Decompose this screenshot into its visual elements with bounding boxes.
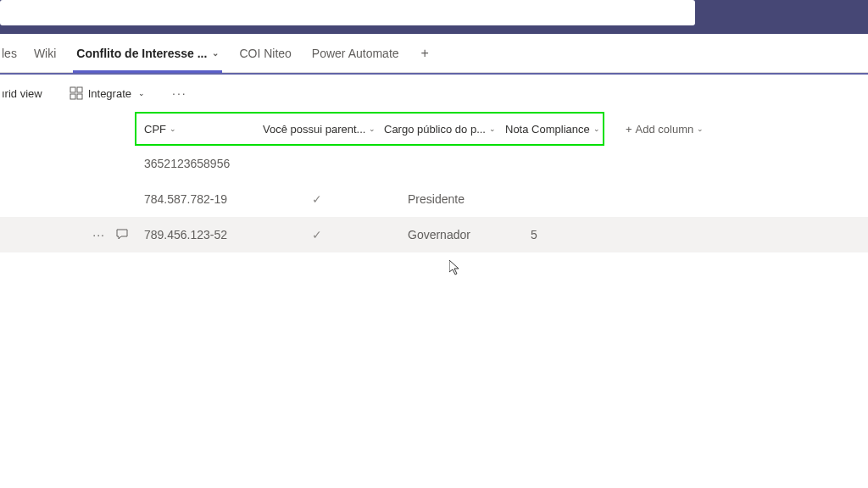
cell-parentesco: ✓ xyxy=(263,192,384,206)
chevron-down-icon: ⌄ xyxy=(697,125,704,133)
svg-rect-3 xyxy=(77,94,82,99)
integrate-icon xyxy=(70,86,83,100)
column-label: Nota Compliance xyxy=(505,123,590,136)
chevron-down-icon: ⌄ xyxy=(593,125,600,133)
svg-rect-0 xyxy=(70,87,75,92)
cell-nota: 5 xyxy=(505,228,609,241)
comment-button[interactable] xyxy=(115,227,129,243)
tab-label: COI Niteo xyxy=(239,47,291,60)
cursor-icon xyxy=(449,260,463,280)
toolbar-label: ırid view xyxy=(2,87,42,100)
tabs-row: les Wiki Conflito de Interesse ... ⌄ COI… xyxy=(0,34,868,73)
cell-cargo: Presidente xyxy=(384,192,505,206)
cell-parentesco: ✓ xyxy=(263,228,384,241)
grid-view-button[interactable]: ırid view xyxy=(0,87,49,100)
cell-cpf: 789.456.123-52 xyxy=(144,228,263,241)
cell-cargo: Governador xyxy=(384,228,505,241)
tab-files-partial[interactable]: les xyxy=(0,34,24,73)
check-icon: ✓ xyxy=(312,228,322,241)
chevron-down-icon: ⌄ xyxy=(369,125,376,133)
add-column-label: Add column xyxy=(636,123,694,136)
add-tab-button[interactable]: + xyxy=(409,46,441,61)
tab-label: Power Automate xyxy=(312,47,399,60)
table-area: CPF ⌄ Você possui parent... ⌄ Cargo públ… xyxy=(0,112,868,252)
chevron-down-icon: ⌄ xyxy=(489,125,496,133)
tab-power-automate[interactable]: Power Automate xyxy=(302,34,409,73)
svg-rect-2 xyxy=(70,94,75,99)
svg-rect-1 xyxy=(77,87,82,92)
tab-conflito-active[interactable]: Conflito de Interesse ... ⌄ xyxy=(66,34,229,73)
top-bar xyxy=(0,0,868,34)
tab-label: les xyxy=(2,47,17,60)
check-icon: ✓ xyxy=(312,192,322,206)
add-column-button[interactable]: + Add column ⌄ xyxy=(609,123,704,136)
chevron-down-icon: ⌄ xyxy=(138,89,145,97)
comment-icon xyxy=(115,227,129,241)
chevron-down-icon: ⌄ xyxy=(212,48,219,58)
column-label: CPF xyxy=(144,123,166,136)
cell-cpf: 3652123658956 xyxy=(144,157,263,170)
column-label: Cargo público do p... xyxy=(384,123,486,136)
column-header-cpf[interactable]: CPF ⌄ xyxy=(144,123,263,136)
cell-cpf: 784.587.782-19 xyxy=(144,192,263,206)
integrate-button[interactable]: Integrate ⌄ xyxy=(63,86,152,100)
search-input[interactable] xyxy=(0,0,695,25)
chevron-down-icon: ⌄ xyxy=(170,125,176,133)
tab-label: Conflito de Interesse ... xyxy=(76,47,207,60)
more-actions-button[interactable]: ··· xyxy=(165,86,194,100)
toolbar: ırid view Integrate ⌄ ··· xyxy=(0,75,868,112)
tab-coi-niteo[interactable]: COI Niteo xyxy=(229,34,301,73)
plus-icon: + xyxy=(626,123,632,136)
table-row[interactable]: 784.587.782-19 ✓ Presidente xyxy=(0,181,868,217)
table-header-row: CPF ⌄ Você possui parent... ⌄ Cargo públ… xyxy=(0,112,868,146)
tab-wiki[interactable]: Wiki xyxy=(24,34,66,73)
tab-label: Wiki xyxy=(34,47,56,60)
table-row[interactable]: ··· 789.456.123-52 ✓ Governador 5 xyxy=(0,217,868,252)
column-header-parentesco[interactable]: Você possui parent... ⌄ xyxy=(263,123,384,136)
table-row[interactable]: 3652123658956 xyxy=(0,146,868,181)
column-header-cargo[interactable]: Cargo público do p... ⌄ xyxy=(384,123,505,136)
row-actions: ··· xyxy=(0,227,144,243)
toolbar-label: Integrate xyxy=(88,87,131,100)
row-more-button[interactable]: ··· xyxy=(92,228,105,241)
column-header-nota[interactable]: Nota Compliance ⌄ xyxy=(505,123,609,136)
column-label: Você possui parent... xyxy=(263,123,365,136)
